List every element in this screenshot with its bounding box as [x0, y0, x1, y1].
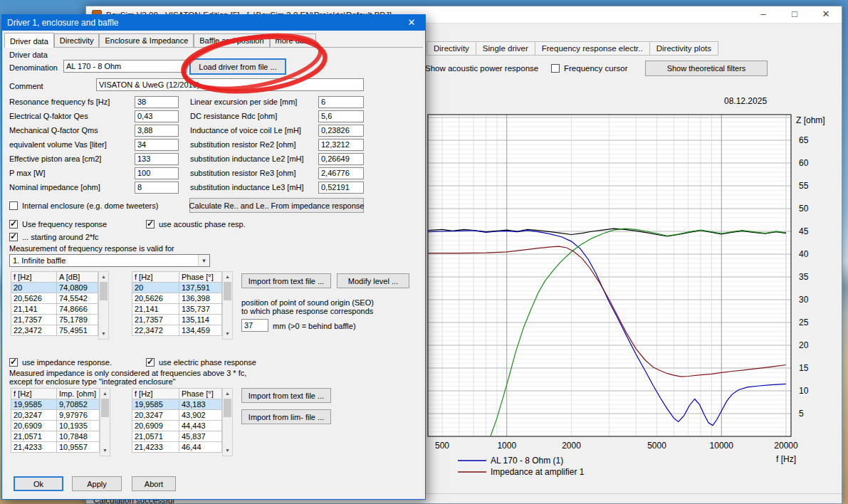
table-row[interactable]: 20,690944,443 — [132, 421, 222, 431]
table-cell[interactable]: 21,0571 — [11, 431, 57, 442]
scroll-down-icon[interactable]: ▼ — [99, 329, 108, 339]
table-row[interactable]: 21,141135,737 — [132, 304, 222, 315]
scroll-up-icon[interactable]: ▲ — [99, 272, 108, 282]
tab-directivity[interactable]: Directivity — [426, 41, 476, 56]
vertical-scrollbar[interactable]: ▲▼ — [100, 388, 110, 456]
import-text-file-button-2[interactable]: Import from text file ... — [241, 388, 331, 403]
table-row[interactable]: 20,690910,1935 — [11, 421, 100, 431]
table-cell[interactable]: 10,9557 — [57, 442, 100, 453]
table-cell[interactable]: 21,141 — [132, 304, 179, 315]
table-row[interactable]: 21,735775,1789 — [11, 315, 98, 325]
table-cell[interactable]: 21,7357 — [11, 315, 57, 325]
table-cell[interactable]: 20,6909 — [11, 421, 57, 431]
dialog-close-icon[interactable]: ✕ — [398, 15, 425, 31]
table-cell[interactable]: 21,4233 — [11, 442, 57, 453]
param-input[interactable] — [318, 182, 364, 194]
table-row[interactable]: 20,324743,902 — [132, 410, 222, 421]
table-cell[interactable]: 20,5626 — [11, 293, 57, 304]
use-electric-phase-checkbox[interactable] — [146, 358, 155, 367]
param-input[interactable] — [318, 139, 364, 151]
starting-around-2fc-checkbox[interactable] — [9, 233, 18, 241]
dialog-tab-baffle-and-position[interactable]: Baffle and position — [194, 33, 269, 47]
scroll-track[interactable] — [223, 282, 232, 329]
import-text-file-button-1[interactable]: Import from text file ... — [241, 273, 331, 288]
table-cell[interactable]: 45,837 — [179, 431, 222, 442]
calculate-re-le-button[interactable]: Calculate Re.. and Le.. From impedance r… — [189, 198, 364, 213]
denomination-input[interactable] — [63, 60, 187, 73]
use-acoustic-phase-checkbox[interactable] — [146, 220, 155, 229]
param-input[interactable] — [135, 125, 179, 137]
table-row[interactable]: 19,958543,183 — [132, 399, 222, 410]
table-cell[interactable]: 20 — [132, 283, 179, 293]
table-cell[interactable]: 46,44 — [179, 442, 222, 453]
tab-directivity-plots[interactable]: Directivity plots — [650, 41, 718, 56]
param-input[interactable] — [318, 125, 364, 137]
use-impedance-response-checkbox[interactable] — [9, 358, 18, 367]
table-row[interactable]: 20,5626136,398 — [132, 293, 222, 304]
table-cell[interactable]: 74,5542 — [57, 293, 98, 304]
param-input[interactable] — [135, 167, 179, 179]
dialog-tab-directivity[interactable]: Directivity — [54, 33, 100, 47]
param-input[interactable] — [318, 167, 364, 179]
param-input[interactable] — [318, 96, 364, 108]
table-cell[interactable]: 21,141 — [11, 304, 57, 315]
table-row[interactable]: 19,95859,70852 — [11, 399, 100, 410]
scroll-down-icon[interactable]: ▼ — [100, 446, 110, 456]
baffle-type-select[interactable]: 1. Infinite baffle ▾ — [9, 254, 210, 267]
table-cell[interactable]: 137,591 — [179, 283, 222, 293]
table-cell[interactable]: 136,398 — [179, 293, 222, 304]
import-lim-file-button[interactable]: Import from lim- file ... — [241, 409, 331, 424]
scroll-track[interactable] — [99, 282, 108, 329]
apply-button[interactable]: Apply — [72, 476, 122, 491]
table-row[interactable]: 20,562674,5542 — [11, 293, 98, 304]
table-row[interactable]: 22,347275,4951 — [11, 325, 98, 336]
table-cell[interactable]: 22,3472 — [132, 325, 179, 336]
param-input[interactable] — [318, 110, 364, 122]
dialog-tab-enclosure-impedance[interactable]: Enclosure & Impedance — [99, 33, 194, 47]
table-cell[interactable]: 135,114 — [179, 315, 222, 325]
table-row[interactable]: 21,7357135,114 — [132, 315, 222, 325]
table-cell[interactable]: 44,443 — [179, 421, 222, 431]
table-cell[interactable]: 21,7357 — [132, 315, 179, 325]
table-row[interactable]: 20137,591 — [132, 283, 222, 293]
param-input[interactable] — [135, 153, 179, 165]
scroll-down-icon[interactable]: ▼ — [223, 329, 232, 339]
table-cell[interactable]: 75,1789 — [57, 315, 98, 325]
ok-button[interactable]: Ok — [14, 476, 63, 491]
dialog-tab-driver-data[interactable]: Driver data — [4, 33, 54, 48]
use-frequency-response-checkbox[interactable] — [9, 220, 18, 229]
show-theoretical-filters-button[interactable]: Show theoretical filters — [645, 61, 768, 76]
load-driver-from-file-button[interactable]: Load driver from file ... — [189, 58, 286, 75]
table-cell[interactable]: 19,9585 — [11, 399, 57, 410]
table-cell[interactable]: 20,3247 — [132, 410, 179, 421]
chevron-down-icon[interactable]: ▾ — [198, 255, 209, 266]
scroll-up-icon[interactable]: ▲ — [100, 389, 110, 399]
table-row[interactable]: 21,057145,837 — [132, 431, 222, 442]
param-input[interactable] — [135, 110, 179, 122]
seo-distance-input[interactable] — [241, 319, 268, 332]
scroll-thumb[interactable] — [224, 399, 231, 417]
param-input[interactable] — [318, 153, 364, 165]
table-cell[interactable]: 20,6909 — [132, 421, 179, 431]
table-row[interactable]: 21,423346,44 — [132, 442, 222, 453]
table-row[interactable]: 21,057110,7848 — [11, 431, 100, 442]
table-cell[interactable]: 74,8666 — [57, 304, 98, 315]
table-cell[interactable]: 20,3247 — [11, 410, 57, 421]
internal-enclosure-checkbox[interactable] — [9, 201, 18, 210]
table-cell[interactable]: 74,0809 — [57, 283, 98, 293]
scroll-down-icon[interactable]: ▼ — [223, 446, 232, 456]
param-input[interactable] — [135, 96, 179, 108]
table-row[interactable]: 21,423310,9557 — [11, 442, 100, 453]
table-cell[interactable]: 43,902 — [179, 410, 222, 421]
table-cell[interactable]: 21,0571 — [132, 431, 179, 442]
comment-input[interactable] — [96, 78, 364, 91]
scroll-thumb[interactable] — [224, 282, 231, 300]
table-row[interactable]: 21,14174,8666 — [11, 304, 98, 315]
tab-single-driver[interactable]: Single driver — [476, 41, 535, 56]
table-cell[interactable]: 21,4233 — [132, 442, 179, 453]
maximize-icon[interactable]: □ — [779, 6, 810, 23]
scroll-track[interactable] — [100, 399, 110, 446]
abort-button[interactable]: Abort — [132, 476, 176, 491]
table-row[interactable]: 22,3472134,459 — [132, 325, 222, 336]
vertical-scrollbar[interactable]: ▲▼ — [98, 271, 109, 340]
